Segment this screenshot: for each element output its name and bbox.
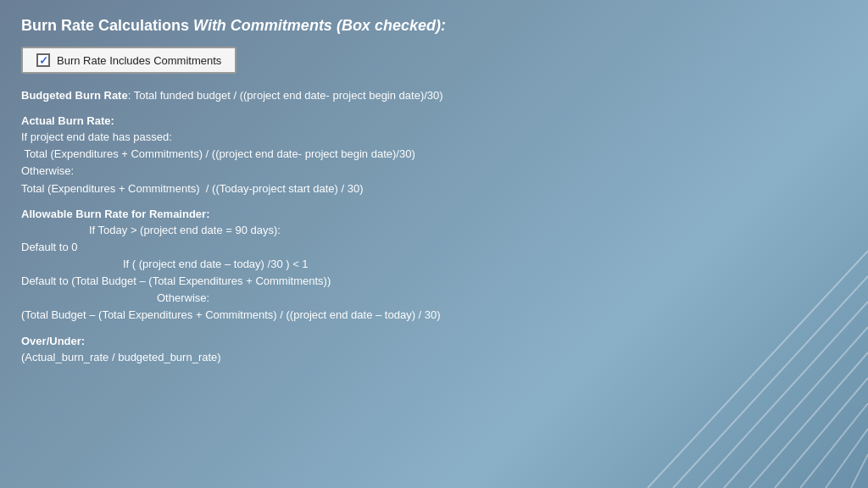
title-prefix: Burn Rate Calculations [21,17,193,34]
svg-line-1 [724,327,868,488]
budgeted-title: Budgeted Burn Rate [21,89,128,102]
title-emphasis: With Commitments (Box checked): [193,17,446,34]
allowable-line-6: (Total Budget – (Total Expenditures + Co… [21,307,623,324]
page-title: Burn Rate Calculations With Commitments … [21,17,623,35]
main-content: Burn Rate Calculations With Commitments … [0,0,644,393]
actual-body: If project end date has passed: Total (E… [21,129,623,197]
allowable-title: Allowable Burn Rate for Remainder: [21,208,623,220]
svg-line-4 [800,403,868,488]
svg-line-2 [749,352,868,488]
budgeted-text: Budgeted Burn Rate: Total funded budget … [21,87,623,104]
overunder-line-1: (Actual_burn_rate / budgeted_burn_rate) [21,349,623,366]
actual-line-3: Otherwise: [21,163,623,180]
svg-line-0 [698,302,868,488]
checkmark-icon: ✓ [39,55,48,66]
actual-title: Actual Burn Rate: [21,114,623,127]
checkbox-box: ✓ [36,53,50,67]
allowable-line-1: If Today > (project end date = 90 days): [21,222,623,239]
actual-section: Actual Burn Rate: If project end date ha… [21,114,623,197]
svg-line-8 [648,251,868,488]
allowable-line-5: Otherwise: [21,290,623,307]
decorative-lines [631,234,868,488]
allowable-section: Allowable Burn Rate for Remainder: If To… [21,208,623,324]
actual-line-2: Total (Expenditures + Commitments) / ((p… [21,146,623,163]
svg-line-7 [673,276,868,488]
burn-rate-checkbox[interactable]: ✓ Burn Rate Includes Commitments [21,47,236,74]
allowable-line-2: Default to 0 [21,239,623,256]
allowable-line-4: Default to (Total Budget – (Total Expend… [21,273,623,290]
svg-line-5 [826,429,868,488]
checkbox-label: Burn Rate Includes Commitments [57,54,221,67]
budgeted-suffix: : Total funded budget / ((project end da… [128,89,443,102]
overunder-section: Over/Under: (Actual_burn_rate / budgeted… [21,335,623,366]
actual-line-4: Total (Expenditures + Commitments) / ((T… [21,180,623,197]
budgeted-section: Budgeted Burn Rate: Total funded budget … [21,87,623,104]
svg-line-3 [775,378,868,488]
overunder-title: Over/Under: [21,335,623,347]
actual-line-1: If project end date has passed: [21,129,623,146]
allowable-body: If Today > (project end date = 90 days):… [21,222,623,324]
allowable-line-3: If ( (project end date – today) /30 ) < … [21,256,623,273]
overunder-body: (Actual_burn_rate / budgeted_burn_rate) [21,349,623,366]
svg-line-6 [851,454,868,488]
